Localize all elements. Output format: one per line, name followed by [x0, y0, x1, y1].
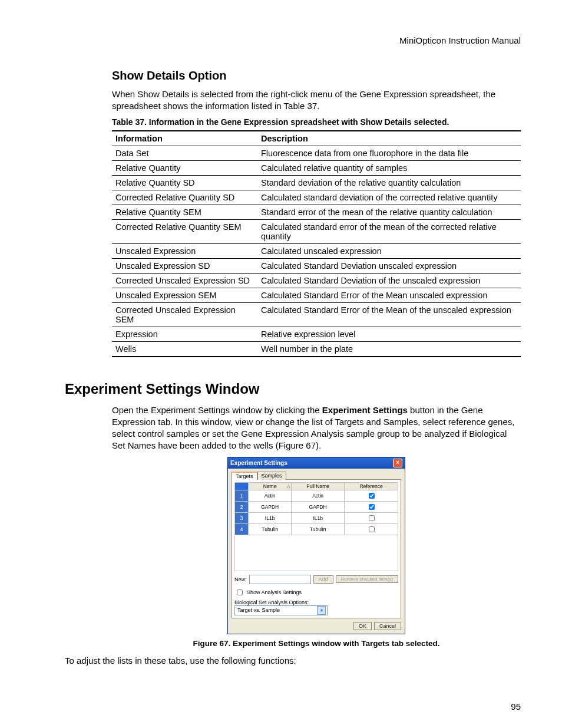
table-row: WellsWell number in the plate: [112, 341, 521, 357]
table-row: Relative Quantity SDStandard deviation o…: [112, 175, 521, 190]
table-37-caption: Table 37. Information in the Gene Expres…: [112, 117, 521, 127]
tab-samples[interactable]: Samples: [257, 472, 286, 480]
new-target-input[interactable]: [249, 575, 311, 584]
grid-row[interactable]: 1 Actin Actin: [235, 490, 398, 501]
window-title: Experiment Settings: [230, 460, 287, 466]
section-heading-show-details: Show Details Option: [112, 69, 521, 83]
show-analysis-checkbox-input[interactable]: [237, 589, 243, 595]
reference-checkbox[interactable]: [369, 526, 375, 532]
table-37-col-description: Description: [257, 131, 521, 146]
tab-targets[interactable]: Targets: [232, 472, 257, 480]
table-row: Corrected Relative Quantity SDCalculated…: [112, 190, 521, 205]
reference-checkbox[interactable]: [369, 504, 375, 510]
reference-checkbox[interactable]: [369, 515, 375, 521]
grid-corner: [235, 482, 249, 490]
close-icon[interactable]: ×: [393, 459, 402, 467]
biological-set-label: Biological Set Analysis Options:: [234, 599, 398, 605]
section2-paragraph-2: To adjust the lists in these tabs, use t…: [65, 655, 521, 667]
experiment-settings-window: Experiment Settings × Targets Samples Na…: [227, 457, 405, 634]
section1-paragraph: When Show Details is selected from the r…: [112, 88, 521, 113]
chevron-down-icon: ▾: [317, 606, 326, 615]
table-row: Relative QuantityCalculated relative qua…: [112, 160, 521, 175]
header-manual-title: MiniOpticon Instruction Manual: [65, 35, 521, 45]
cancel-button[interactable]: Cancel: [374, 622, 401, 630]
sort-asc-icon: △: [287, 484, 290, 489]
grid-empty-area: [234, 535, 398, 571]
table-row: Corrected Relative Quantity SEMCalculate…: [112, 219, 521, 243]
table-37: Information Description Data SetFluoresc…: [112, 130, 521, 357]
new-label: New:: [234, 577, 247, 582]
grid-row[interactable]: 2 GAPDH GAPDH: [235, 501, 398, 512]
col-name[interactable]: Name△: [249, 482, 292, 490]
table-row: Corrected Unscaled Expression SEMCalcula…: [112, 302, 521, 327]
table-row: Corrected Unscaled Expression SDCalculat…: [112, 273, 521, 288]
show-analysis-settings-checkbox[interactable]: Show Analysis Settings: [234, 588, 398, 597]
table-row: Unscaled Expression SEMCalculated Standa…: [112, 288, 521, 302]
tab-pane-targets: Name△ Full Name Reference 1 Actin Actin …: [232, 479, 401, 618]
grid-row[interactable]: 4 Tubulin Tubulin: [235, 523, 398, 535]
table-row: Unscaled ExpressionCalculated unscaled e…: [112, 243, 521, 258]
window-titlebar[interactable]: Experiment Settings ×: [228, 457, 405, 469]
remove-checked-button[interactable]: Remove checked item(s): [336, 575, 398, 583]
add-button[interactable]: Add: [313, 575, 333, 584]
col-fullname[interactable]: Full Name: [292, 482, 345, 490]
page-number: 95: [511, 701, 521, 711]
section2-paragraph: Open the Experiment Settings window by c…: [112, 404, 521, 452]
col-reference[interactable]: Reference: [345, 482, 398, 490]
ok-button[interactable]: OK: [353, 622, 372, 630]
table-row: ExpressionRelative expression level: [112, 327, 521, 341]
section-heading-experiment-settings: Experiment Settings Window: [65, 381, 521, 397]
reference-checkbox[interactable]: [369, 493, 375, 499]
biological-set-select[interactable]: Target vs. Sample ▾: [234, 605, 328, 615]
figure-67-caption: Figure 67. Experiment Settings window wi…: [112, 639, 521, 648]
table-37-col-information: Information: [112, 131, 257, 146]
table-row: Unscaled Expression SDCalculated Standar…: [112, 258, 521, 273]
table-row: Data SetFluorescence data from one fluor…: [112, 146, 521, 160]
targets-grid[interactable]: Name△ Full Name Reference 1 Actin Actin …: [234, 482, 398, 535]
table-row: Relative Quantity SEMStandard error of t…: [112, 205, 521, 219]
grid-row[interactable]: 3 IL1b IL1b: [235, 512, 398, 523]
